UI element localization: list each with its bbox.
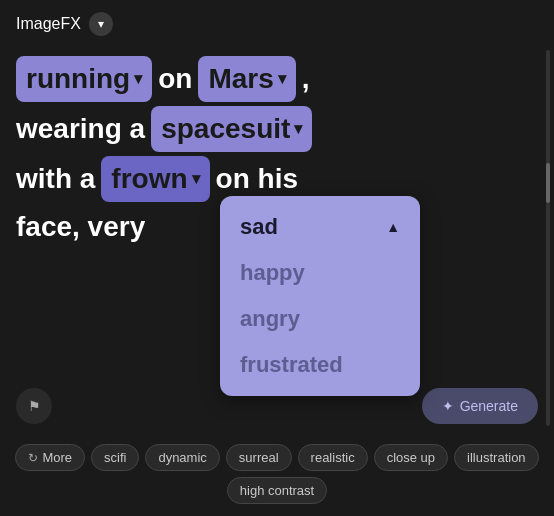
dropdown-item-angry-label: angry [240,306,300,331]
more-label: More [42,450,72,465]
generate-button[interactable]: ✦ Generate [422,388,538,424]
dropdown-item-happy[interactable]: happy [220,250,420,296]
chevron-down-icon: ▾ [294,117,302,141]
text-wearing: wearing a [16,108,145,150]
chevron-down-icon: ▾ [98,17,104,31]
dropdown-selected-label: sad [240,214,278,240]
chip-mars[interactable]: Mars ▾ [198,56,295,102]
chip-scifi-label: scifi [104,450,126,465]
chip-high-contrast[interactable]: high contrast [227,477,327,504]
scroll-track [546,50,550,426]
chip-running-label: running [26,58,130,100]
chip-dynamic-label: dynamic [158,450,206,465]
chevron-down-icon: ▾ [192,167,200,191]
style-chips-row-2: high contrast [227,477,327,504]
app-title: ImageFX [16,15,81,33]
chip-illustration[interactable]: illustration [454,444,539,471]
chip-frown[interactable]: frown ▾ [101,156,209,202]
chip-spacesuit[interactable]: spacesuit ▾ [151,106,312,152]
dropdown-item-angry[interactable]: angry [220,296,420,342]
prompt-line-2: wearing a spacesuit ▾ [16,106,538,152]
flag-button[interactable]: ⚑ [16,388,52,424]
scrollbar[interactable] [546,50,550,426]
header-dropdown-button[interactable]: ▾ [89,12,113,36]
dropdown-selected-item[interactable]: sad ▲ [220,204,420,250]
scroll-thumb [546,163,550,203]
chevron-down-icon: ▾ [278,67,286,91]
chip-dynamic[interactable]: dynamic [145,444,219,471]
chip-illustration-label: illustration [467,450,526,465]
flag-icon: ⚑ [28,398,41,414]
text-on-his: on his [216,158,298,200]
chip-spacesuit-label: spacesuit [161,108,290,150]
chip-surreal[interactable]: surreal [226,444,292,471]
chip-realistic[interactable]: realistic [298,444,368,471]
more-chip[interactable]: ↻ More [15,444,85,471]
refresh-icon: ↻ [28,451,38,465]
text-comma: , [302,58,310,100]
chip-close-up[interactable]: close up [374,444,448,471]
chip-surreal-label: surreal [239,450,279,465]
chip-frown-label: frown [111,158,187,200]
dropdown-item-frustrated-label: frustrated [240,352,343,377]
chip-running[interactable]: running ▾ [16,56,152,102]
text-face-very: face, very [16,206,145,248]
generate-icon: ✦ [442,398,454,414]
generate-label: Generate [460,398,518,414]
dropdown-menu: sad ▲ happy angry frustrated [220,196,420,396]
style-chips-row-1: ↻ More scifi dynamic surreal realistic c… [15,444,538,471]
chip-close-up-label: close up [387,450,435,465]
chevron-down-icon: ▾ [134,67,142,91]
header: ImageFX ▾ [0,0,554,48]
text-with-a: with a [16,158,95,200]
dropdown-item-frustrated[interactable]: frustrated [220,342,420,388]
chip-mars-label: Mars [208,58,273,100]
chip-high-contrast-label: high contrast [240,483,314,498]
chip-scifi[interactable]: scifi [91,444,139,471]
dropdown-item-happy-label: happy [240,260,305,285]
chevron-up-icon: ▲ [386,219,400,235]
chip-realistic-label: realistic [311,450,355,465]
style-chips-container: ↻ More scifi dynamic surreal realistic c… [0,444,554,504]
prompt-line-1: running ▾ on Mars ▾ , [16,56,538,102]
text-on: on [158,58,192,100]
